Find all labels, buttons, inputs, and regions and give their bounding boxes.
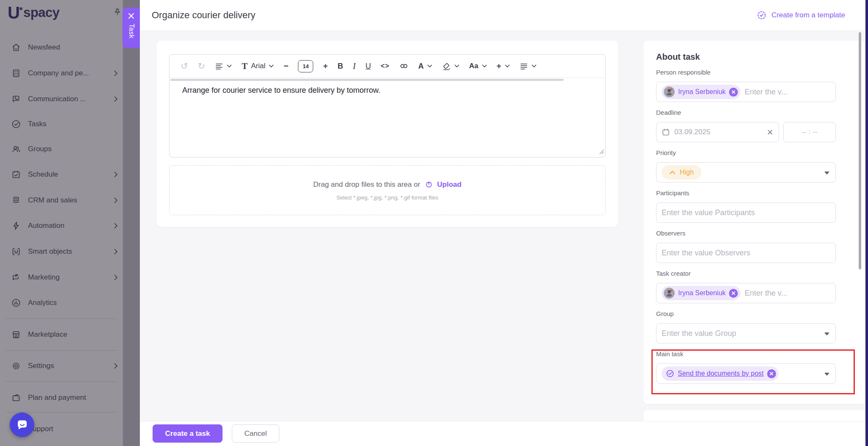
upload-button[interactable]: Upload xyxy=(424,180,462,189)
dropdown-caret-icon xyxy=(824,172,829,175)
avatar xyxy=(664,288,675,299)
align-left-icon xyxy=(215,62,223,70)
task-creator-input[interactable]: Iryna Serbeniuk ✕ Enter the v... xyxy=(656,283,836,303)
task-creator-label: Task creator xyxy=(656,270,836,277)
modal-dim-overlay xyxy=(0,0,140,446)
task-creator-placeholder: Enter the v... xyxy=(745,289,787,298)
task-modal: Task Organize courier delivery Create fr… xyxy=(140,0,868,446)
remove-chip-icon[interactable]: ✕ xyxy=(729,88,738,97)
deadline-label: Deadline xyxy=(656,109,836,116)
main-task-select[interactable]: Send the documents by post ✕ xyxy=(656,363,836,384)
page-title: Organize courier delivery xyxy=(152,0,256,30)
participants-label: Participants xyxy=(656,189,836,197)
align-justify-icon xyxy=(520,62,528,70)
main-task-link[interactable]: Send the documents by post xyxy=(678,370,764,377)
link-button[interactable] xyxy=(399,62,409,70)
window-edge-strip xyxy=(865,0,868,446)
person-chip: Iryna Serbeniuk ✕ xyxy=(662,85,740,99)
upload-format-hint: Select *.jpeg, *.jpg, *.png, *.gif forma… xyxy=(337,194,439,201)
highlight-icon xyxy=(442,62,451,71)
link-icon xyxy=(399,62,409,70)
text-color-dropdown-button[interactable]: A xyxy=(418,62,432,71)
observers-input[interactable]: Enter the value Observers xyxy=(656,243,836,263)
chevron-down-icon xyxy=(505,64,510,68)
main-task-label: Main task xyxy=(656,350,836,357)
creator-chip-name: Iryna Serbeniuk xyxy=(678,289,726,297)
observers-label: Observers xyxy=(656,230,836,237)
toolbar-hscrollbar[interactable] xyxy=(170,79,564,81)
chevron-down-icon xyxy=(427,64,432,68)
task-tab-label: Task xyxy=(128,24,135,39)
group-placeholder: Enter the value Group xyxy=(662,329,736,338)
person-responsible-label: Person responsible xyxy=(656,69,836,76)
calendar-icon xyxy=(662,128,670,136)
person-responsible-placeholder: Enter the v... xyxy=(745,88,787,97)
chevron-down-icon xyxy=(531,64,537,68)
modal-footer: Create a task Cancel xyxy=(140,421,868,446)
create-task-button[interactable]: Create a task xyxy=(153,424,223,443)
priority-label: Priority xyxy=(656,149,836,156)
about-task-heading: About task xyxy=(656,52,836,62)
code-button[interactable]: <> xyxy=(381,62,389,70)
create-from-template-link[interactable]: Create from a template xyxy=(757,0,845,30)
upload-icon xyxy=(424,180,434,189)
task-description-text[interactable]: Arrange for courier service to ensure de… xyxy=(182,86,380,95)
group-select[interactable]: Enter the value Group xyxy=(656,323,836,344)
deadline-time-input[interactable]: -- : -- xyxy=(783,122,836,142)
support-chat-button[interactable] xyxy=(10,413,34,437)
participants-placeholder: Enter the value Participants xyxy=(662,208,755,217)
person-responsible-input[interactable]: Iryna Serbeniuk ✕ Enter the v... xyxy=(656,82,836,102)
increase-font-button[interactable]: + xyxy=(323,61,328,71)
justify-dropdown-button[interactable] xyxy=(520,62,537,70)
priority-select[interactable]: High xyxy=(656,162,836,183)
observers-placeholder: Enter the value Observers xyxy=(662,249,750,258)
cancel-button[interactable]: Cancel xyxy=(232,424,279,443)
priority-value: High xyxy=(680,169,694,176)
about-task-card: About task Person responsible Iryna Serb… xyxy=(643,41,865,404)
align-dropdown-button[interactable] xyxy=(215,62,232,70)
template-link-label: Create from a template xyxy=(771,11,845,19)
chevron-down-icon xyxy=(454,64,459,68)
close-icon[interactable] xyxy=(128,13,134,19)
file-dropzone[interactable]: Drag and drop files to this area or Uplo… xyxy=(169,165,606,215)
font-style-dropdown-button[interactable]: T Arial xyxy=(242,61,274,72)
person-chip-name: Iryna Serbeniuk xyxy=(678,88,726,96)
dropdown-caret-icon xyxy=(824,332,829,335)
underline-button[interactable]: U xyxy=(365,62,371,71)
check-circle-icon xyxy=(666,369,674,378)
priority-chip: High xyxy=(662,165,701,180)
task-sidebar-panel: About task Person responsible Iryna Serb… xyxy=(643,41,865,446)
decrease-font-button[interactable]: − xyxy=(284,61,288,71)
bold-button[interactable]: B xyxy=(337,62,343,71)
insert-dropdown-button[interactable]: + xyxy=(497,61,510,71)
participants-input[interactable]: Enter the value Participants xyxy=(656,202,836,223)
chevron-down-icon xyxy=(482,64,487,68)
font-size-box[interactable]: 14 xyxy=(298,60,313,72)
modal-header: Organize courier delivery Create from a … xyxy=(140,0,868,30)
clear-date-icon[interactable]: ✕ xyxy=(767,127,773,137)
deadline-date-input[interactable]: 03.09.2025 ✕ xyxy=(656,122,779,142)
editor-toolbar: ↺ ↻ T Arial − 14 + B I xyxy=(170,55,605,78)
undo-button[interactable]: ↺ xyxy=(181,62,188,70)
highlight-color-dropdown-button[interactable] xyxy=(442,62,459,71)
upload-label: Upload xyxy=(437,180,462,189)
deadline-date-value: 03.09.2025 xyxy=(674,128,710,136)
italic-button[interactable]: I xyxy=(353,61,356,71)
rich-text-editor[interactable]: ↺ ↻ T Arial − 14 + B I xyxy=(169,54,606,158)
chat-bubble-icon xyxy=(16,418,28,431)
remove-chip-icon[interactable]: ✕ xyxy=(767,369,776,378)
text-case-dropdown-button[interactable]: Aa xyxy=(469,62,487,70)
redo-button[interactable]: ↻ xyxy=(198,62,206,70)
creator-chip: Iryna Serbeniuk ✕ xyxy=(662,286,740,300)
screen: U spacy Newsfeed Company and pe... Commu… xyxy=(0,0,868,446)
group-label: Group xyxy=(656,310,836,317)
deadline-time-value: -- : -- xyxy=(802,128,818,136)
resize-handle[interactable] xyxy=(599,148,604,156)
dropdown-caret-icon xyxy=(824,373,829,376)
main-task-chip: Send the documents by post ✕ xyxy=(662,366,779,381)
vertical-scrollbar[interactable] xyxy=(859,32,861,269)
task-tab[interactable]: Task xyxy=(122,8,140,48)
chevron-down-icon xyxy=(269,64,274,68)
description-card: ↺ ↻ T Arial − 14 + B I xyxy=(157,41,618,227)
remove-chip-icon[interactable]: ✕ xyxy=(729,289,738,298)
